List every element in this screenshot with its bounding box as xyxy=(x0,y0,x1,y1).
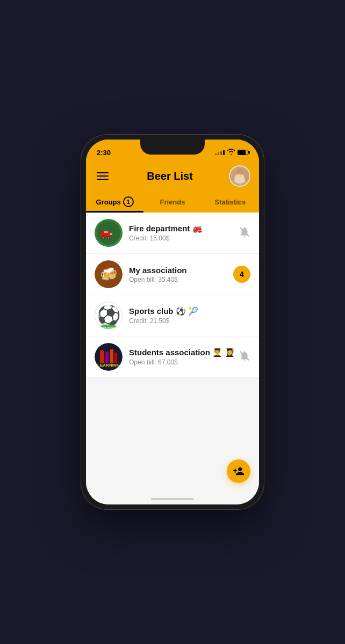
list-item[interactable]: 🍻 My association Open bill: 35.40$ 4 xyxy=(86,254,259,295)
content-area: Fire department 🚒 Credit: 15.00$ xyxy=(86,213,259,494)
tab-groups-badge: 1 xyxy=(123,196,134,207)
group-info-sports: Sports club ⚽ 🎾 Credit: 21.50$ xyxy=(129,306,250,325)
phone-frame: 2:30 xyxy=(81,134,264,510)
group-info-students: Students association 👨‍🎓 👩‍🎓 Open bill: … xyxy=(129,348,239,366)
tab-groups-label: Groups xyxy=(96,198,121,206)
group-name-students: Students association 👨‍🎓 👩‍🎓 xyxy=(129,348,239,357)
time-badge-sports: 12 min. xyxy=(100,325,117,330)
wifi-icon xyxy=(227,149,235,156)
tab-statistics-label: Statistics xyxy=(214,198,246,206)
group-name-sports: Sports club ⚽ 🎾 xyxy=(129,306,250,316)
svg-point-8 xyxy=(103,237,104,239)
svg-point-10 xyxy=(108,237,110,239)
group-subtitle-students: Open bill: 67.00$ xyxy=(129,358,239,366)
app-header: Beer List xyxy=(86,161,259,187)
tab-friends-label: Friends xyxy=(160,198,185,206)
signal-icon xyxy=(215,150,225,155)
list-item[interactable]: LEARNING Students association 👨‍🎓 👩‍🎓 Op… xyxy=(86,336,259,378)
group-action-students[interactable] xyxy=(239,350,250,364)
menu-button[interactable] xyxy=(95,170,111,182)
group-action-assoc[interactable]: 4 xyxy=(233,266,250,283)
notch xyxy=(140,140,205,155)
group-name-assoc: My association xyxy=(129,266,233,275)
group-name-fire: Fire department 🚒 xyxy=(129,224,239,233)
group-avatar-students: LEARNING xyxy=(95,343,123,371)
page-title: Beer List xyxy=(147,170,193,182)
group-subtitle-assoc: Open bill: 35.40$ xyxy=(129,276,233,283)
tab-statistics[interactable]: Statistics xyxy=(202,192,259,213)
home-indicator xyxy=(86,494,259,504)
tab-friends[interactable]: Friends xyxy=(143,192,201,213)
bell-muted-icon-students xyxy=(239,350,250,364)
status-icons xyxy=(215,149,248,156)
tab-bar: Groups 1 Friends Statistics xyxy=(86,187,259,213)
svg-rect-17 xyxy=(100,350,104,363)
list-item[interactable]: ⚽ 12 min. Sports club ⚽ 🎾 Credit: 21.50$ xyxy=(86,295,259,336)
add-group-fab[interactable] xyxy=(227,459,250,483)
list-item[interactable]: Fire department 🚒 Credit: 15.00$ xyxy=(86,213,259,254)
group-action-fire[interactable] xyxy=(239,226,250,240)
status-time: 2:30 xyxy=(97,149,111,157)
bell-muted-icon xyxy=(239,226,250,240)
battery-icon xyxy=(238,150,248,155)
svg-rect-20 xyxy=(114,353,117,363)
group-subtitle-fire: Credit: 15.00$ xyxy=(129,235,239,242)
group-subtitle-sports: Credit: 21.50$ xyxy=(129,317,250,325)
user-avatar[interactable] xyxy=(229,165,250,187)
soccer-ball-icon: ⚽ xyxy=(97,306,121,325)
group-avatar-assoc: 🍻 xyxy=(95,260,123,288)
svg-rect-11 xyxy=(110,233,112,235)
phone-screen: 2:30 xyxy=(86,140,259,504)
svg-rect-18 xyxy=(105,352,109,363)
tab-groups[interactable]: Groups 1 xyxy=(86,192,143,213)
svg-text:🍻: 🍻 xyxy=(100,265,118,282)
svg-text:LEARNING: LEARNING xyxy=(97,363,120,368)
group-info-fire: Fire department 🚒 Credit: 15.00$ xyxy=(129,224,239,242)
group-avatar-sports: ⚽ 12 min. xyxy=(95,302,123,330)
svg-rect-19 xyxy=(110,349,113,363)
svg-rect-12 xyxy=(104,231,108,233)
notification-badge-assoc: 4 xyxy=(233,266,250,283)
home-bar xyxy=(151,498,194,500)
group-avatar-fire xyxy=(95,219,123,247)
group-info-assoc: My association Open bill: 35.40$ xyxy=(129,266,233,283)
